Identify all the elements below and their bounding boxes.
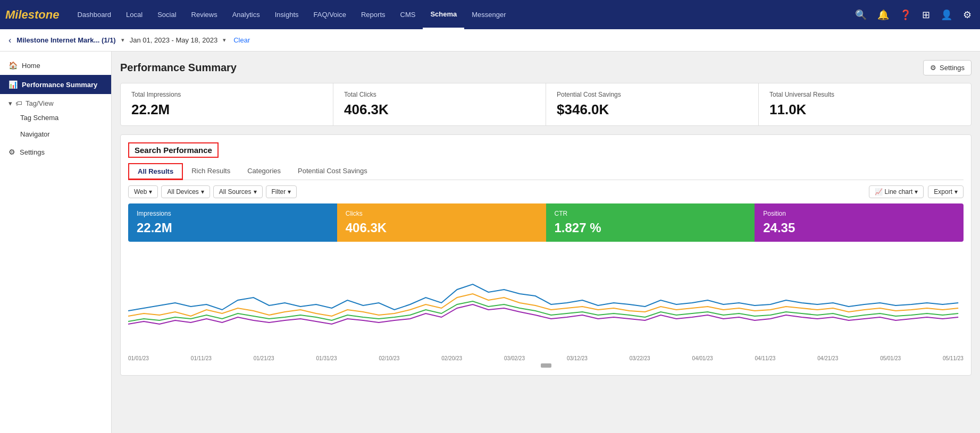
x-label-13: 05/11/23 — [943, 355, 964, 361]
grid-icon[interactable]: ⊞ — [919, 7, 933, 23]
export-label: Export — [934, 188, 952, 196]
sidebar-home-label: Home — [22, 62, 40, 70]
stat-impressions-value: 22.2M — [131, 101, 322, 118]
stat-card-clicks: Total Clicks 406.3K — [333, 83, 546, 125]
devices-dropdown-icon: ▾ — [201, 188, 204, 196]
stat-universal-value: 11.0K — [769, 101, 960, 118]
sidebar-item-tag-schema[interactable]: Tag Schema — [0, 109, 111, 126]
nav-schema[interactable]: Schema — [423, 0, 464, 29]
x-label-10: 04/11/23 — [755, 355, 775, 361]
x-label-6: 03/02/23 — [504, 355, 525, 361]
metrics-bar: Impressions 22.2M Clicks 406.3K CTR 1.82… — [128, 203, 964, 242]
nav-social[interactable]: Social — [150, 0, 183, 29]
scroll-indicator — [128, 363, 964, 368]
stat-cost-value: $346.0K — [557, 101, 748, 118]
chevron-down-icon: ▾ — [9, 99, 12, 107]
nav-cms[interactable]: CMS — [393, 0, 423, 29]
top-nav: Milestone Dashboard Local Social Reviews… — [0, 0, 980, 29]
settings-btn-label: Settings — [940, 64, 965, 72]
sidebar-section-tagview[interactable]: ▾ 🏷 Tag/View — [0, 94, 111, 109]
metric-ctr[interactable]: CTR 1.827 % — [546, 203, 755, 242]
tab-rich-results[interactable]: Rich Results — [183, 163, 239, 180]
metric-clicks-value: 406.3K — [346, 220, 538, 235]
bar-chart-icon: 📊 — [9, 80, 18, 89]
logo: Milestone — [5, 8, 59, 22]
metric-clicks[interactable]: Clicks 406.3K — [337, 203, 546, 242]
sources-filter[interactable]: All Sources ▾ — [213, 185, 263, 198]
home-icon: 🏠 — [9, 61, 18, 70]
export-dropdown-icon: ▾ — [954, 188, 958, 196]
filter-right: 📈 Line chart ▾ Export ▾ — [869, 185, 964, 198]
devices-filter-label: All Devices — [167, 188, 198, 196]
nav-dashboard[interactable]: Dashboard — [70, 0, 119, 29]
chart-type-label: Line chart — [885, 188, 913, 196]
web-dropdown-icon: ▾ — [149, 188, 152, 196]
help-icon[interactable]: ❓ — [897, 7, 915, 23]
scroll-thumb[interactable] — [541, 363, 551, 368]
settings-gear-icon: ⚙ — [930, 64, 936, 72]
nav-insights[interactable]: Insights — [267, 0, 306, 29]
export-button[interactable]: Export ▾ — [928, 185, 964, 198]
nav-messenger[interactable]: Messenger — [464, 0, 513, 29]
x-label-4: 02/10/23 — [379, 355, 399, 361]
nav-analytics[interactable]: Analytics — [225, 0, 267, 29]
stat-card-impressions: Total Impressions 22.2M — [121, 83, 333, 125]
clear-button[interactable]: Clear — [233, 36, 250, 44]
nav-faqvoice[interactable]: FAQ/Voice — [306, 0, 354, 29]
x-label-2: 01/21/23 — [254, 355, 274, 361]
tab-all-results[interactable]: All Results — [128, 163, 183, 180]
line-chart-icon: 📈 — [875, 188, 883, 196]
nav-links: Dashboard Local Social Reviews Analytics… — [70, 0, 852, 29]
nav-reports[interactable]: Reports — [354, 0, 393, 29]
chart-area — [128, 247, 964, 353]
section-title: Search Performance — [128, 142, 219, 158]
nav-local[interactable]: Local — [119, 0, 150, 29]
sidebar-settings-label: Settings — [20, 148, 45, 156]
sidebar-tag-schema-label: Tag Schema — [20, 114, 58, 122]
settings-icon[interactable]: ⚙ — [960, 7, 975, 23]
date-dropdown-arrow[interactable]: ▾ — [223, 37, 226, 44]
app-layout: 🏠 Home 📊 Performance Summary ▾ 🏷 Tag/Vie… — [0, 52, 980, 433]
search-icon[interactable]: 🔍 — [852, 7, 870, 23]
settings-button[interactable]: ⚙ Settings — [923, 60, 971, 75]
x-label-12: 05/01/23 — [880, 355, 901, 361]
metric-ctr-value: 1.827 % — [555, 220, 747, 235]
devices-filter[interactable]: All Devices ▾ — [161, 185, 210, 198]
sidebar-item-home[interactable]: 🏠 Home — [0, 56, 111, 75]
stats-row: Total Impressions 22.2M Total Clicks 406… — [120, 83, 971, 126]
tab-categories[interactable]: Categories — [239, 163, 289, 180]
back-button[interactable]: ‹ — [9, 36, 11, 45]
secondary-bar: ‹ Milestone Internet Mark... (1/1) ▾ Jan… — [0, 29, 980, 52]
metric-impressions[interactable]: Impressions 22.2M — [128, 203, 337, 242]
site-dropdown-arrow[interactable]: ▾ — [121, 37, 124, 44]
perf-tabs: All Results Rich Results Categories Pote… — [128, 163, 964, 180]
stat-clicks-label: Total Clicks — [344, 91, 535, 98]
page-header: Performance Summary ⚙ Settings — [120, 60, 971, 75]
sidebar-item-navigator[interactable]: Navigator — [0, 126, 111, 142]
main-content: Performance Summary ⚙ Settings Total Imp… — [112, 52, 980, 433]
x-label-8: 03/22/23 — [630, 355, 650, 361]
sidebar-tagview-label: Tag/View — [26, 99, 54, 107]
metric-position-value: 24.35 — [763, 220, 955, 235]
web-filter-label: Web — [134, 188, 147, 196]
gear-icon: ⚙ — [9, 148, 15, 156]
stat-cost-label: Potential Cost Savings — [557, 91, 748, 98]
tab-potential-cost-savings[interactable]: Potential Cost Savings — [289, 163, 376, 180]
metric-position[interactable]: Position 24.35 — [755, 203, 964, 242]
sidebar-item-settings[interactable]: ⚙ Settings — [0, 142, 111, 162]
stat-clicks-value: 406.3K — [344, 101, 535, 118]
bell-icon[interactable]: 🔔 — [874, 7, 892, 23]
user-icon[interactable]: 👤 — [937, 7, 956, 23]
web-filter[interactable]: Web ▾ — [128, 185, 158, 198]
chart-x-axis: 01/01/23 01/11/23 01/21/23 01/31/23 02/1… — [128, 353, 964, 361]
metric-position-label: Position — [763, 210, 955, 217]
filter-label: Filter — [272, 188, 286, 196]
filter-button[interactable]: Filter ▾ — [266, 185, 297, 198]
nav-reviews[interactable]: Reviews — [184, 0, 225, 29]
filter-left: Web ▾ All Devices ▾ All Sources ▾ Filter… — [128, 185, 297, 198]
chart-type-button[interactable]: 📈 Line chart ▾ — [869, 185, 924, 198]
tag-icon: 🏷 — [15, 99, 22, 107]
x-label-5: 02/20/23 — [441, 355, 462, 361]
search-performance-section: Search Performance All Results Rich Resu… — [120, 134, 971, 376]
sidebar-item-performance-summary[interactable]: 📊 Performance Summary — [0, 75, 111, 94]
